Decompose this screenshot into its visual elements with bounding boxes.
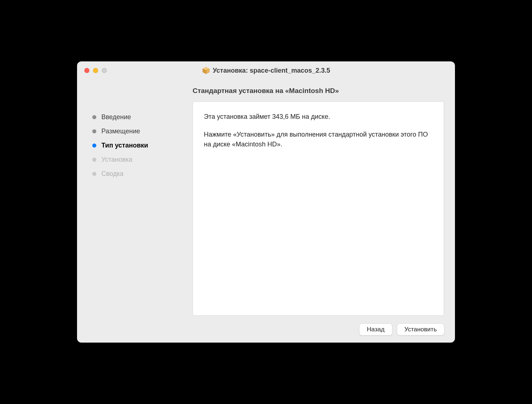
step-label: Размещение: [101, 128, 140, 135]
content-panel: Эта установка займет 343,6 МБ на диске. …: [193, 101, 444, 316]
close-icon[interactable]: [84, 68, 89, 73]
step-installation: Установка: [88, 153, 185, 167]
traffic-lights: [84, 68, 107, 73]
step-summary: Сводка: [88, 167, 185, 181]
step-label: Введение: [101, 113, 131, 121]
step-dot-icon: [92, 158, 96, 162]
back-button[interactable]: Назад: [359, 324, 392, 335]
step-destination: Размещение: [88, 124, 185, 138]
minimize-icon[interactable]: [93, 68, 98, 73]
page-subtitle: Стандартная установка на «Macintosh HD»: [193, 87, 339, 94]
title-wrap: Установка: space-client_macos_2.3.5: [202, 66, 330, 74]
install-button[interactable]: Установить: [397, 324, 444, 335]
button-row: Назад Установить: [88, 316, 444, 335]
window-body: Стандартная установка на «Macintosh HD» …: [77, 80, 455, 343]
install-instruction-text: Нажмите «Установить» для выполнения стан…: [204, 130, 433, 149]
columns: Введение Размещение Тип установки Устано…: [88, 101, 444, 316]
step-dot-icon: [92, 144, 96, 148]
step-dot-icon: [92, 115, 96, 119]
step-dot-icon: [92, 172, 96, 176]
sidebar: Введение Размещение Тип установки Устано…: [88, 101, 185, 316]
package-icon: [202, 66, 210, 74]
maximize-icon: [102, 68, 107, 73]
step-label: Тип установки: [101, 142, 148, 149]
subtitle-row: Стандартная установка на «Macintosh HD»: [193, 80, 444, 101]
installer-window: Установка: space-client_macos_2.3.5 Стан…: [77, 61, 455, 343]
step-introduction: Введение: [88, 110, 185, 124]
step-label: Установка: [101, 156, 132, 163]
titlebar: Установка: space-client_macos_2.3.5: [77, 61, 455, 80]
install-size-text: Эта установка займет 343,6 МБ на диске.: [204, 112, 433, 122]
step-installation-type: Тип установки: [88, 138, 185, 153]
step-label: Сводка: [101, 170, 124, 178]
step-dot-icon: [92, 129, 96, 133]
window-title: Установка: space-client_macos_2.3.5: [213, 67, 330, 74]
